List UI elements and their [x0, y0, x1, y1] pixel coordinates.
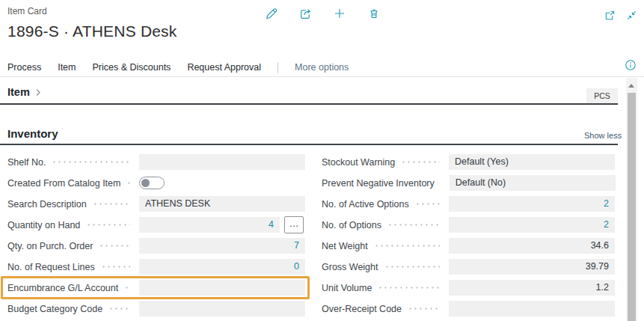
field-input-qty-on-purch-order[interactable]: 7 — [139, 238, 305, 254]
field-input-net-weight[interactable]: 34.6 — [449, 238, 615, 254]
field-row-over-receipt-code: Over-Receipt Code — [322, 301, 615, 317]
inventory-right-column: Stockout Warning Default (Yes) Prevent N… — [322, 154, 615, 321]
scrollbar-thumb[interactable] — [628, 93, 636, 321]
field-control: 2 — [449, 196, 615, 212]
vertical-scrollbar[interactable] — [626, 78, 637, 321]
field-control: 39.79 — [449, 259, 615, 275]
page-title: 1896-S · ATHENS Desk — [7, 22, 177, 40]
field-row-net-weight: Net Weight 34.6 — [322, 238, 615, 254]
action-bar: Process Item Prices & Discounts Request … — [7, 60, 349, 75]
item-section-header[interactable]: Item — [7, 86, 42, 98]
field-input-shelf-no[interactable] — [139, 154, 305, 170]
field-control: 34.6 — [449, 238, 615, 254]
dotted-leader — [378, 287, 440, 289]
field-input-search-description[interactable]: ATHENS DESK — [139, 196, 305, 212]
share-icon[interactable] — [298, 7, 312, 20]
dotted-leader — [401, 161, 440, 163]
dotted-leader — [99, 245, 130, 247]
dotted-leader — [86, 224, 130, 226]
field-row-no-of-options: No. of Options 2 — [322, 217, 615, 233]
more-options-button[interactable]: More options — [295, 62, 349, 73]
field-control: 7 — [139, 238, 305, 254]
field-input-no-of-request-lines[interactable]: 0 — [139, 259, 305, 275]
item-section-underline — [0, 103, 618, 105]
field-row-unit-volume: Unit Volume 1.2 — [322, 280, 615, 296]
field-input-quantity-on-hand[interactable]: 4 — [139, 217, 280, 233]
field-label: Unit Volume — [322, 283, 372, 293]
field-control: Default (No) — [450, 175, 616, 191]
field-label: Shelf No. — [7, 157, 46, 168]
dotted-leader — [387, 224, 440, 226]
delete-trash-icon[interactable] — [367, 7, 381, 20]
field-control: 0 — [139, 259, 305, 275]
add-new-icon[interactable] — [333, 7, 346, 20]
field-row-encumbrance-g-l-account: Encumbrance G/L Account — [7, 280, 305, 296]
field-control: 2 — [449, 217, 615, 233]
field-control — [139, 301, 305, 317]
field-control: 4… — [139, 216, 305, 233]
field-input-no-of-active-options[interactable]: 2 — [449, 196, 615, 212]
chevron-right-icon — [34, 88, 42, 97]
field-row-budget-category-code: Budget Category Code — [7, 301, 305, 317]
action-prices-discounts[interactable]: Prices & Discounts — [92, 62, 171, 73]
field-label: Quantity on Hand — [7, 220, 80, 230]
unit-of-measure-badge[interactable]: PCS — [586, 88, 618, 103]
field-control: 1.2 — [449, 280, 615, 296]
field-input-gross-weight[interactable]: 39.79 — [449, 259, 615, 275]
field-label: No. of Request Lines — [7, 262, 95, 272]
field-control: ATHENS DESK — [139, 196, 305, 212]
field-input-stockout-warning[interactable]: Default (Yes) — [449, 154, 615, 170]
item-section-title: Item — [7, 86, 30, 98]
field-control — [139, 177, 305, 189]
field-label: Over-Receipt Code — [322, 304, 402, 314]
field-input-budget-category-code[interactable] — [139, 301, 305, 317]
field-control — [139, 280, 305, 296]
scrollbar-up-arrow-icon[interactable] — [628, 84, 634, 88]
field-control — [449, 301, 615, 317]
field-label: Encumbrance G/L Account — [7, 283, 118, 293]
collapse-window-icon[interactable] — [625, 8, 638, 22]
field-input-unit-volume[interactable]: 1.2 — [449, 280, 615, 296]
field-input-prevent-negative-inventory[interactable]: Default (No) — [450, 175, 616, 191]
field-control — [139, 154, 305, 170]
inventory-section-underline — [0, 144, 618, 145]
inventory-left-column: Shelf No. Created From Catalog Item Sear… — [7, 154, 305, 321]
field-row-no-of-active-options: No. of Active Options 2 — [322, 196, 615, 212]
edit-pencil-icon[interactable] — [264, 7, 277, 20]
show-less-link[interactable]: Show less — [584, 131, 622, 140]
field-label: Gross Weight — [322, 262, 378, 272]
field-input-over-receipt-code[interactable] — [449, 301, 615, 317]
open-in-new-window-icon[interactable] — [603, 8, 616, 22]
field-label: No. of Active Options — [322, 199, 409, 210]
field-label: Qty. on Purch. Order — [7, 241, 93, 251]
field-label: Stockout Warning — [322, 157, 395, 168]
dotted-leader — [408, 308, 440, 310]
page-context-label: Item Card — [7, 6, 47, 16]
field-row-prevent-negative-inventory: Prevent Negative Inventory Default (No) — [322, 175, 615, 191]
dotted-leader — [384, 266, 441, 268]
action-bar-separator — [277, 62, 278, 73]
info-circle-icon[interactable] — [625, 59, 637, 71]
assist-edit-button[interactable]: … — [284, 216, 304, 233]
dotted-leader — [93, 203, 130, 205]
window-controls — [603, 8, 638, 22]
field-row-search-description: Search Description ATHENS DESK — [7, 196, 305, 212]
action-bar-divider — [0, 76, 644, 77]
action-process[interactable]: Process — [7, 62, 41, 73]
page-toolbar — [264, 7, 381, 20]
field-row-qty-on-purch-order: Qty. on Purch. Order 7 — [7, 238, 305, 254]
field-label: Budget Category Code — [7, 304, 102, 314]
field-input-encumbrance-g-l-account[interactable] — [139, 280, 305, 296]
field-label: Search Description — [7, 199, 87, 210]
field-label: Prevent Negative Inventory — [322, 178, 435, 189]
field-row-stockout-warning: Stockout Warning Default (Yes) — [322, 154, 615, 170]
field-label: No. of Options — [322, 220, 381, 230]
field-input-no-of-options[interactable]: 2 — [449, 217, 615, 233]
field-row-no-of-request-lines: No. of Request Lines 0 — [7, 259, 305, 275]
action-request-approval[interactable]: Request Approval — [187, 62, 261, 73]
toggle-created-from-catalog-item[interactable] — [139, 177, 165, 189]
dotted-leader — [374, 245, 440, 247]
toggle-knob-icon — [141, 179, 150, 187]
action-item[interactable]: Item — [58, 62, 76, 73]
dotted-leader — [415, 203, 440, 205]
